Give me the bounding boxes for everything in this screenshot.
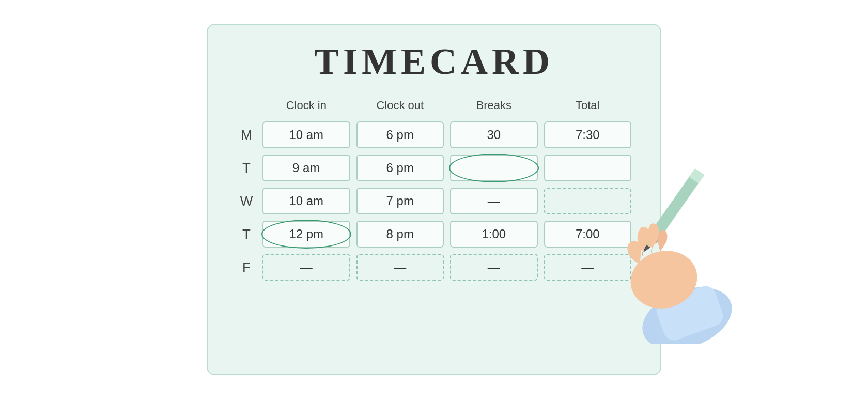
table-row: M10 am6 pm307:30 [234, 118, 634, 151]
clock-in-cell-box: 10 am [262, 121, 350, 148]
day-column-header [234, 99, 259, 118]
breaks-cell-box: — [450, 188, 538, 214]
table-row: F———— [234, 251, 634, 284]
clock-in-cell: 10 am [259, 118, 353, 151]
day-label: T [234, 151, 259, 185]
clock-out-cell-box: — [357, 254, 444, 281]
breaks-cell: 30 [447, 118, 541, 151]
table-header-row: Clock in Clock out Breaks Total [234, 99, 634, 118]
total-cell [541, 185, 635, 218]
total-cell: 7:00 [541, 218, 635, 251]
breaks-cell-box: — [450, 254, 538, 281]
clock-in-cell-box: — [262, 254, 350, 281]
day-label: F [234, 251, 259, 284]
clock-out-cell: — [353, 251, 447, 284]
day-label: W [234, 185, 259, 218]
clock-out-cell-box: 7 pm [357, 188, 444, 214]
breaks-cell [447, 151, 541, 185]
breaks-cell-box [450, 155, 538, 181]
timecard-table: Clock in Clock out Breaks Total M10 am6 … [234, 99, 634, 284]
svg-rect-1 [689, 168, 704, 183]
clock-out-cell: 6 pm [353, 118, 447, 151]
svg-rect-6 [654, 283, 726, 343]
total-cell: — [541, 251, 635, 284]
clock-in-header: Clock in [259, 99, 353, 118]
total-cell-box: 7:00 [544, 221, 632, 248]
clock-out-cell-box: 6 pm [357, 121, 444, 148]
clock-out-cell: 7 pm [353, 185, 447, 218]
breaks-cell: — [447, 251, 541, 284]
clock-in-cell: 10 am [259, 185, 353, 218]
clock-in-cell: — [259, 251, 353, 284]
clock-out-header: Clock out [353, 99, 447, 118]
total-cell-box: — [544, 254, 632, 281]
clock-out-cell-box: 8 pm [357, 221, 444, 248]
clock-in-cell-box: 10 am [262, 188, 350, 214]
day-label: M [234, 118, 259, 151]
clock-out-cell-box: 6 pm [357, 155, 444, 181]
clock-in-cell-box: 12 pm [262, 221, 350, 248]
timecard-wrapper: TIMECARD Clock in Clock out Breaks Total… [196, 13, 672, 386]
total-cell-box [544, 155, 632, 181]
total-header: Total [541, 99, 635, 118]
total-cell-box [544, 188, 632, 214]
breaks-cell-box: 1:00 [450, 221, 538, 248]
breaks-cell-box: 30 [450, 121, 538, 148]
total-cell: 7:30 [541, 118, 635, 151]
timecard-title: TIMECARD [234, 40, 634, 83]
table-row: T9 am6 pm [234, 151, 634, 185]
day-label: T [234, 218, 259, 251]
total-cell-box: 7:30 [544, 121, 632, 148]
timecard-card: TIMECARD Clock in Clock out Breaks Total… [207, 24, 661, 375]
clock-in-cell: 9 am [259, 151, 353, 185]
table-row: T12 pm8 pm1:007:00 [234, 218, 634, 251]
breaks-cell: 1:00 [447, 218, 541, 251]
breaks-header: Breaks [447, 99, 541, 118]
total-cell [541, 151, 635, 185]
clock-out-cell: 6 pm [353, 151, 447, 185]
clock-in-cell: 12 pm [259, 218, 353, 251]
clock-in-cell-box: 9 am [262, 155, 350, 181]
circle-overlay [261, 220, 351, 249]
circle-overlay [449, 154, 539, 182]
breaks-cell: — [447, 185, 541, 218]
clock-out-cell: 8 pm [353, 218, 447, 251]
table-row: W10 am7 pm— [234, 185, 634, 218]
